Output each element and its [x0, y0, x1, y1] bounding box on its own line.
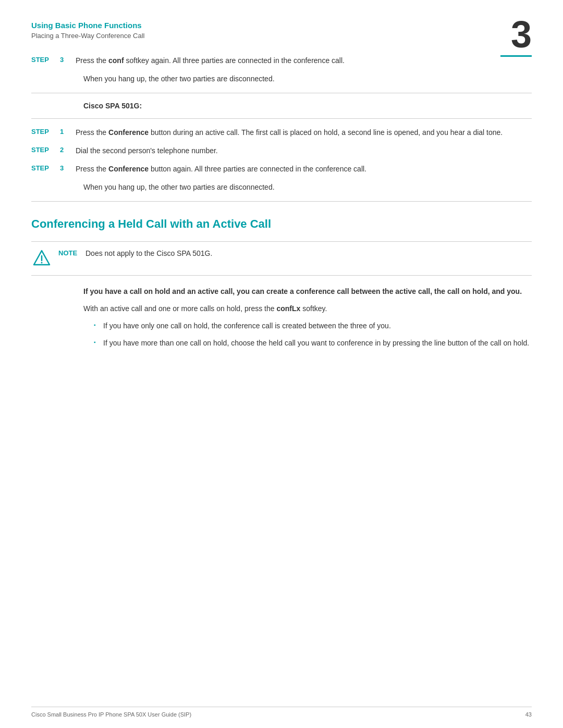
conference-bold-3: Conference [108, 165, 149, 173]
note-label: NOTE [58, 249, 79, 257]
step-body-2-501g: Dial the second person's telephone numbe… [76, 145, 532, 156]
step3-first-continuation: When you hang up, the other two parties … [83, 73, 532, 84]
svg-point-2 [41, 262, 43, 264]
footer-page-number: 43 [525, 711, 532, 718]
step-number-3-first: 3 [60, 55, 76, 64]
page-footer: Cisco Small Business Pro IP Phone SPA 50… [31, 707, 532, 718]
step-3-first: STEP 3 Press the conf softkey again. All… [31, 55, 532, 66]
step-label-3-501g: STEP [31, 164, 60, 172]
step-label-3-first: STEP [31, 55, 60, 64]
step-number-1-501g: 1 [60, 127, 76, 135]
page-header: Using Basic Phone Functions Placing a Th… [0, 0, 563, 45]
divider-1 [31, 93, 532, 93]
chapter-title: Using Basic Phone Functions [31, 21, 532, 30]
chapter-subtitle: Placing a Three-Way Conference Call [31, 32, 532, 40]
device-label: Cisco SPA 501G: [83, 102, 532, 110]
step-1-501g: STEP 1 Press the Conference button durin… [31, 127, 532, 138]
step-body-3-501g: Press the Conference button again. All t… [76, 164, 532, 175]
step-label-2-501g: STEP [31, 145, 60, 154]
bullet-item-1: If you have only one call on hold, the c… [103, 322, 391, 330]
chapter-number-container: 3 [500, 16, 532, 57]
divider-3 [31, 201, 532, 202]
step-label-1-501g: STEP [31, 127, 60, 135]
step-number-3-501g: 3 [60, 164, 76, 172]
step3-501g-continuation: When you hang up, the other two parties … [83, 182, 532, 193]
list-item: If you have more than one call on hold, … [94, 338, 532, 349]
chapter-number-line [500, 55, 532, 57]
conflx-bold: confLx [276, 304, 300, 313]
divider-2 [31, 118, 532, 119]
body-paragraph-2-before: With an active call and one or more call… [83, 304, 276, 313]
page-container: Using Basic Phone Functions Placing a Th… [0, 0, 563, 728]
body-paragraph-2: With an active call and one or more call… [83, 303, 532, 314]
bullet-list: If you have only one call on hold, the c… [94, 320, 532, 349]
conference-bold-1: Conference [108, 128, 149, 137]
section-heading: Conferencing a Held Call with an Active … [31, 217, 532, 231]
body-paragraph-1-text: If you have a call on hold and an active… [83, 287, 522, 295]
note-icon [31, 248, 52, 269]
conf-bold: conf [108, 56, 124, 65]
step-2-501g: STEP 2 Dial the second person's telephon… [31, 145, 532, 156]
step-3-501g: STEP 3 Press the Conference button again… [31, 164, 532, 175]
list-item: If you have only one call on hold, the c… [94, 320, 532, 331]
note-container: NOTE Does not apply to the Cisco SPA 501… [31, 241, 532, 276]
step-body-3-first: Press the conf softkey again. All three … [76, 55, 532, 66]
step-number-2-501g: 2 [60, 145, 76, 154]
step-body-1-501g: Press the Conference button during an ac… [76, 127, 532, 138]
body-paragraph-1: If you have a call on hold and an active… [83, 286, 532, 297]
warning-triangle-icon [32, 249, 51, 268]
chapter-number: 3 [511, 16, 532, 53]
main-content: STEP 3 Press the conf softkey again. All… [0, 45, 563, 386]
note-text: Does not apply to the Cisco SPA 501G. [85, 248, 212, 259]
footer-left-text: Cisco Small Business Pro IP Phone SPA 50… [31, 711, 191, 718]
body-paragraph-2-after: softkey. [300, 304, 327, 313]
bullet-item-2: If you have more than one call on hold, … [103, 339, 529, 347]
